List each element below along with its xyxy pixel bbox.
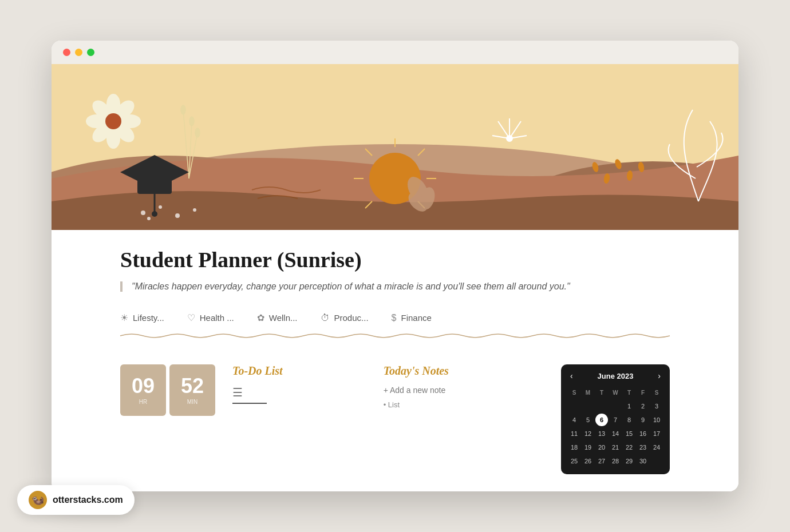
cal-day-empty-end [650,455,663,467]
graduation-cap-icon [120,149,189,230]
todo-underline [232,403,267,404]
tab-finance[interactable]: $ Finance [392,308,455,328]
svg-point-25 [181,105,185,114]
cal-header-thu: T [623,386,635,399]
clock-widget: 09 HR 52 MIN [120,364,215,416]
calendar-next-button[interactable]: › [655,371,663,380]
cal-day-10[interactable]: 10 [650,414,663,426]
tab-lifestyle[interactable]: ☀ Lifesty... [120,308,187,328]
cal-day-18[interactable]: 18 [568,441,580,454]
cal-day-25[interactable]: 25 [568,455,580,467]
clock-hours-block: 09 HR [120,364,166,416]
close-button[interactable] [63,49,70,56]
cal-day-16[interactable]: 16 [637,427,649,440]
cal-header-fri: F [637,386,649,399]
watermark-text: otterstacks.com [53,495,123,505]
watermark-logo: 🦦 [29,491,47,509]
svg-point-26 [189,117,194,126]
cal-day-empty-2 [582,400,594,412]
maximize-button[interactable] [87,49,94,56]
tab-wellness-label: Welln... [269,313,298,323]
cal-day-19[interactable]: 19 [582,441,594,454]
dollar-icon: $ [392,313,397,323]
bottom-content: 09 HR 52 MIN To-Do List ☰ Today's Notes … [52,364,738,491]
cal-day-7[interactable]: 7 [609,414,622,426]
cal-day-empty-4 [609,400,622,412]
notes-title: Today's Notes [384,364,544,378]
cal-day-29[interactable]: 29 [623,455,635,467]
add-note-label: + Add a new note [384,386,446,395]
cal-header-wed: W [609,386,622,399]
cal-day-1[interactable]: 1 [623,400,635,412]
svg-point-33 [507,136,512,141]
cal-header-tue: T [595,386,608,399]
cal-day-28[interactable]: 28 [609,455,622,467]
tab-health-label: Health ... [200,313,234,323]
todo-section: To-Do List ☰ [232,364,366,404]
notes-section: Today's Notes + Add a new note • List [384,364,544,409]
tab-finance-label: Finance [401,313,431,323]
page-content: Student Planner (Sunrise) "Miracles happ… [52,230,738,364]
clock-minutes-label: MIN [187,399,198,405]
cal-header-sat: S [650,386,663,399]
todo-title: To-Do List [232,364,366,378]
clock-icon: ⏱ [321,313,330,323]
clock-hours-label: HR [139,399,147,405]
cal-day-17[interactable]: 17 [650,427,663,440]
cal-day-2[interactable]: 2 [637,400,649,412]
cal-day-24[interactable]: 24 [650,441,663,454]
cal-day-14[interactable]: 14 [609,427,622,440]
calendar-prev-button[interactable]: ‹ [568,371,575,380]
svg-point-21 [105,113,121,129]
quote-block: "Miracles happen everyday, change your p… [120,281,670,292]
cal-header-sun: S [568,386,580,399]
clock-minutes-block: 52 MIN [169,364,215,416]
cal-day-5[interactable]: 5 [582,414,594,426]
watermark: 🦦 otterstacks.com [17,485,135,515]
cal-day-3[interactable]: 3 [650,400,663,412]
svg-point-27 [195,128,200,137]
cal-day-9[interactable]: 9 [637,414,649,426]
cal-day-13[interactable]: 13 [595,427,608,440]
calendar-month-label: June 2023 [598,372,634,380]
hero-banner [52,64,738,230]
tab-productivity[interactable]: ⏱ Produc... [321,308,392,328]
cal-day-6-today[interactable]: 6 [595,414,608,426]
browser-window: Student Planner (Sunrise) "Miracles happ… [52,41,738,491]
otter-emoji: 🦦 [31,494,44,506]
nav-tabs: ☀ Lifesty... ♡ Health ... ✿ Welln... ⏱ P… [120,308,670,332]
cal-day-empty-3 [595,400,608,412]
flower-icon: ✿ [257,312,264,323]
cal-day-12[interactable]: 12 [582,427,594,440]
tab-productivity-label: Produc... [334,313,369,323]
quote-text: "Miracles happen everyday, change your p… [132,281,570,291]
heart-icon: ♡ [187,312,195,323]
browser-chrome [52,41,738,64]
minimize-button[interactable] [75,49,82,56]
clock-minutes: 52 [181,376,204,396]
cal-day-20[interactable]: 20 [595,441,608,454]
cal-day-11[interactable]: 11 [568,427,580,440]
svg-point-42 [193,208,196,212]
sun-icon: ☀ [120,312,128,323]
calendar-header: ‹ June 2023 › [568,371,663,380]
cal-day-26[interactable]: 26 [582,455,594,467]
tab-health[interactable]: ♡ Health ... [187,308,257,328]
cal-day-15[interactable]: 15 [623,427,635,440]
calendar-grid: S M T W T F S 1 2 3 4 5 6 7 8 [568,386,663,467]
cal-day-21[interactable]: 21 [609,441,622,454]
cal-day-empty-1 [568,400,580,412]
cal-day-4[interactable]: 4 [568,414,580,426]
cal-day-22[interactable]: 22 [623,441,635,454]
tab-lifestyle-label: Lifesty... [133,313,164,323]
add-note-button[interactable]: + Add a new note [384,386,544,395]
cal-day-27[interactable]: 27 [595,455,608,467]
calendar-widget: ‹ June 2023 › S M T W T F S 1 2 3 [561,364,670,474]
cal-day-30[interactable]: 30 [637,455,649,467]
wavy-divider [120,332,670,339]
todo-list-icon: ☰ [232,386,366,399]
tab-wellness[interactable]: ✿ Welln... [257,308,321,328]
cal-day-8[interactable]: 8 [623,414,635,426]
note-list-preview: • List [384,400,544,409]
cal-day-23[interactable]: 23 [637,441,649,454]
